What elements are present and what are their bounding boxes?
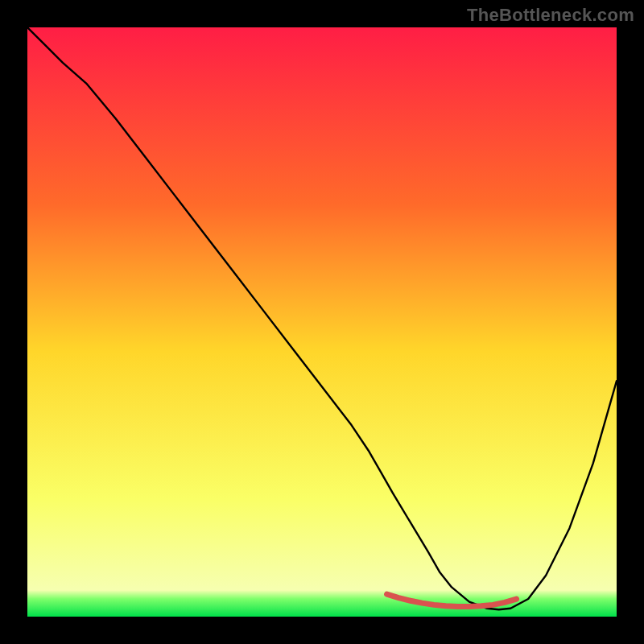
chart-frame: TheBottleneck.com [0, 0, 644, 644]
plot-area [27, 27, 617, 617]
watermark-text: TheBottleneck.com [467, 5, 634, 26]
chart-svg [27, 27, 617, 617]
gradient-background [27, 27, 617, 617]
